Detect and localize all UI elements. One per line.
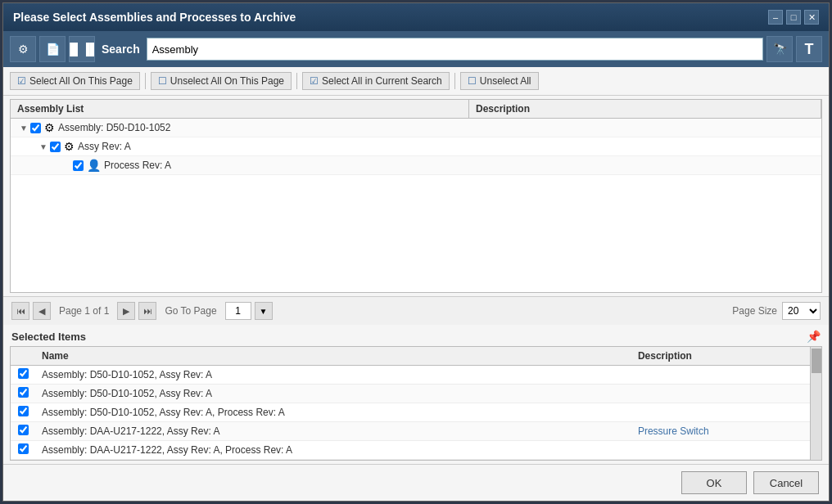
first-page-button[interactable]: ⏮	[11, 302, 29, 320]
selected-items-table: Name Description Assembly: D50-D10-1052,…	[10, 346, 822, 461]
tree-toggle[interactable]: ▼	[38, 142, 48, 151]
row-checkbox[interactable]	[50, 142, 61, 152]
row-desc	[631, 385, 821, 403]
assembly-icon: ⚙	[44, 121, 55, 134]
content-area: ☑ Select All On This Page ☐ Unselect All…	[3, 67, 829, 501]
select-all-search-button[interactable]: ☑ Select All in Current Search	[302, 72, 450, 90]
unselect-all-icon: ☐	[468, 75, 477, 87]
footer-bar: OK Cancel	[3, 464, 829, 501]
row-checkbox[interactable]	[73, 160, 84, 171]
window-controls: – □ ✕	[768, 10, 819, 25]
table-row: Assembly: D50-D10-1052, Assy Rev: A	[11, 366, 821, 385]
goto-page-dropdown[interactable]: ▼	[255, 302, 273, 320]
row-checkbox[interactable]	[18, 406, 29, 416]
gear-icon: ⚙	[18, 43, 29, 56]
minimize-button[interactable]: –	[768, 10, 783, 25]
table-row: Assembly: DAA-U217-1222, Assy Rev: A Pre…	[11, 422, 821, 441]
table-scrollbar[interactable]	[810, 347, 821, 460]
pagination-right: Page Size 20 50 100	[732, 302, 821, 320]
row-checkbox[interactable]	[30, 123, 41, 133]
row-desc: Pressure Switch	[631, 422, 821, 441]
prev-page-button[interactable]: ◀	[33, 302, 51, 320]
col-header-check	[11, 347, 35, 366]
tree-toggle	[61, 160, 71, 170]
selected-items-section: Selected Items 📌 Name Description	[3, 325, 829, 464]
pagination-left: ⏮ ◀ Page 1 of 1 ▶ ⏭ Go To Page ▼	[11, 302, 273, 320]
row-name: Assembly: D50-D10-1052, Assy Rev: A	[35, 366, 631, 385]
cancel-button[interactable]: Cancel	[753, 471, 819, 494]
col-assembly-list: Assembly List	[11, 100, 469, 118]
last-page-button[interactable]: ⏭	[138, 302, 156, 320]
row-desc	[631, 366, 821, 385]
tree-row: ▼ ⚙ Assy Rev: A	[11, 137, 821, 156]
select-all-page-button[interactable]: ☑ Select All On This Page	[10, 72, 140, 90]
row-checkbox[interactable]	[18, 387, 29, 398]
assembly-icon: ⚙	[64, 140, 75, 153]
row-label: Assy Rev: A	[78, 141, 131, 152]
row-label: Process Rev: A	[104, 160, 171, 171]
document-icon: 📄	[46, 43, 60, 56]
tree-row: ▼ ⚙ Assembly: D50-D10-1052	[11, 119, 821, 137]
binoculars-button[interactable]: 🔭	[766, 36, 793, 62]
tree-toggle[interactable]: ▼	[19, 123, 29, 133]
row-name: Assembly: D50-D10-1052, Assy Rev: A, Pro…	[35, 403, 631, 422]
selected-table-element: Name Description Assembly: D50-D10-1052,…	[11, 347, 821, 460]
title-bar: Please Select Assemblies and Processes t…	[3, 3, 829, 31]
unselect-all-page-icon: ☐	[158, 75, 167, 87]
separator1	[145, 73, 146, 89]
row-name: Assembly: DAA-U217-1222, Assy Rev: A, Pr…	[35, 441, 631, 460]
row-checkbox[interactable]	[18, 425, 29, 435]
unselect-all-button[interactable]: ☐ Unselect All	[460, 72, 539, 90]
row-name: Assembly: DAA-U217-1222, Assy Rev: A	[35, 422, 631, 441]
row-name: Assembly: D50-D10-1052, Assy Rev: A	[35, 385, 631, 403]
col-header-name: Name	[35, 347, 631, 366]
row-desc	[631, 441, 821, 460]
search-input[interactable]	[147, 38, 763, 61]
list-header: Assembly List Description	[11, 100, 821, 119]
restore-button[interactable]: □	[786, 10, 801, 25]
page-label: Page 1 of 1	[59, 305, 109, 317]
toolbar: ⚙ 📄 ▐▌▐▌ Search 🔭 T	[3, 31, 829, 67]
select-all-page-icon: ☑	[17, 75, 26, 87]
process-icon: 👤	[87, 159, 101, 172]
close-button[interactable]: ✕	[804, 10, 819, 25]
row-checkbox[interactable]	[18, 443, 29, 454]
page-size-select[interactable]: 20 50 100	[782, 302, 821, 320]
row-label: Assembly: D50-D10-1052	[58, 122, 170, 133]
assembly-list: Assembly List Description ▼ ⚙ Assembly: …	[10, 99, 822, 293]
main-dialog: Please Select Assemblies and Processes t…	[2, 2, 830, 502]
text-format-button[interactable]: T	[796, 36, 822, 62]
unselect-all-page-button[interactable]: ☐ Unselect All On This Page	[151, 72, 292, 90]
selected-items-header: Selected Items 📌	[3, 325, 829, 346]
dialog-title: Please Select Assemblies and Processes t…	[13, 11, 296, 24]
selection-bar: ☑ Select All On This Page ☐ Unselect All…	[3, 67, 829, 96]
tree-row: 👤 Process Rev: A	[11, 156, 821, 175]
table-row: Assembly: D50-D10-1052, Assy Rev: A, Pro…	[11, 403, 821, 422]
search-label: Search	[102, 43, 140, 56]
select-all-search-icon: ☑	[310, 75, 319, 87]
next-page-button[interactable]: ▶	[117, 302, 135, 320]
binoculars-icon: 🔭	[773, 43, 787, 56]
pin-icon[interactable]: 📌	[807, 330, 821, 343]
col-description: Description	[469, 100, 821, 118]
barcode-icon-button[interactable]: ▐▌▐▌	[69, 36, 95, 62]
goto-page-input[interactable]	[225, 302, 251, 320]
row-checkbox[interactable]	[18, 368, 29, 379]
selected-items-title: Selected Items	[11, 331, 86, 343]
table-row: Assembly: D50-D10-1052, Assy Rev: A	[11, 385, 821, 403]
goto-label: Go To Page	[165, 305, 216, 317]
col-header-description: Description	[631, 347, 821, 366]
separator3	[454, 73, 455, 89]
document-icon-button[interactable]: 📄	[39, 36, 66, 62]
separator2	[296, 73, 297, 89]
table-row: Assembly: DAA-U217-1222, Assy Rev: A, Pr…	[11, 441, 821, 460]
gear-icon-button[interactable]: ⚙	[10, 36, 36, 62]
ok-button[interactable]: OK	[681, 471, 747, 494]
row-desc	[631, 403, 821, 422]
page-size-label: Page Size	[732, 305, 777, 317]
pagination-bar: ⏮ ◀ Page 1 of 1 ▶ ⏭ Go To Page ▼ Page Si…	[3, 296, 829, 325]
barcode-icon: ▐▌▐▌	[66, 43, 98, 56]
